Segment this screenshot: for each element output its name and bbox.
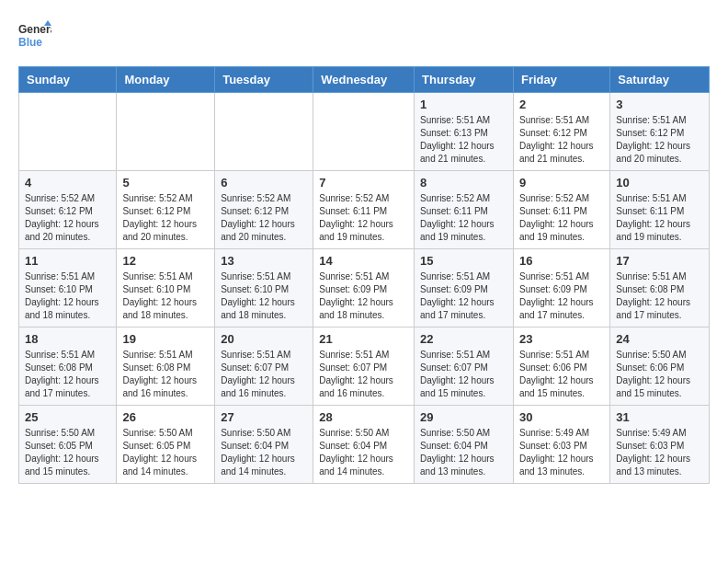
day-number: 17 bbox=[616, 254, 703, 268]
logo: General Blue bbox=[18, 18, 55, 52]
day-number: 20 bbox=[221, 332, 307, 346]
calendar-cell: 31Sunrise: 5:49 AM Sunset: 6:03 PM Dayli… bbox=[610, 406, 710, 484]
day-number: 3 bbox=[616, 98, 703, 111]
days-of-week-row: SundayMondayTuesdayWednesdayThursdayFrid… bbox=[19, 67, 710, 93]
day-of-week-header: Sunday bbox=[19, 67, 117, 93]
calendar-week-row: 25Sunrise: 5:50 AM Sunset: 6:05 PM Dayli… bbox=[19, 406, 710, 484]
day-info: Sunrise: 5:50 AM Sunset: 6:05 PM Dayligh… bbox=[25, 427, 110, 478]
calendar-cell: 25Sunrise: 5:50 AM Sunset: 6:05 PM Dayli… bbox=[19, 406, 117, 484]
calendar-cell: 15Sunrise: 5:51 AM Sunset: 6:09 PM Dayli… bbox=[415, 249, 514, 327]
day-info: Sunrise: 5:50 AM Sunset: 6:04 PM Dayligh… bbox=[420, 427, 507, 478]
calendar-cell: 30Sunrise: 5:49 AM Sunset: 6:03 PM Dayli… bbox=[513, 406, 609, 484]
day-info: Sunrise: 5:51 AM Sunset: 6:08 PM Dayligh… bbox=[25, 349, 110, 400]
day-number: 11 bbox=[25, 254, 110, 268]
calendar-cell: 14Sunrise: 5:51 AM Sunset: 6:09 PM Dayli… bbox=[313, 249, 415, 327]
day-info: Sunrise: 5:50 AM Sunset: 6:04 PM Dayligh… bbox=[319, 427, 408, 478]
day-of-week-header: Friday bbox=[513, 67, 609, 93]
day-number: 30 bbox=[519, 410, 604, 424]
calendar-cell bbox=[215, 93, 313, 171]
day-info: Sunrise: 5:52 AM Sunset: 6:12 PM Dayligh… bbox=[25, 192, 110, 244]
day-number: 4 bbox=[25, 176, 110, 190]
day-info: Sunrise: 5:51 AM Sunset: 6:10 PM Dayligh… bbox=[25, 270, 110, 322]
calendar-cell bbox=[19, 93, 117, 171]
day-info: Sunrise: 5:51 AM Sunset: 6:07 PM Dayligh… bbox=[319, 349, 408, 400]
day-info: Sunrise: 5:51 AM Sunset: 6:07 PM Dayligh… bbox=[420, 349, 507, 400]
logo-icon: General Blue bbox=[18, 18, 51, 52]
day-number: 16 bbox=[519, 254, 604, 268]
day-info: Sunrise: 5:50 AM Sunset: 6:06 PM Dayligh… bbox=[616, 349, 703, 400]
calendar-table: SundayMondayTuesdayWednesdayThursdayFrid… bbox=[18, 66, 710, 484]
day-number: 15 bbox=[420, 254, 507, 268]
day-info: Sunrise: 5:52 AM Sunset: 6:12 PM Dayligh… bbox=[221, 192, 307, 244]
day-info: Sunrise: 5:51 AM Sunset: 6:07 PM Dayligh… bbox=[221, 349, 307, 400]
calendar-week-row: 18Sunrise: 5:51 AM Sunset: 6:08 PM Dayli… bbox=[19, 327, 710, 406]
day-info: Sunrise: 5:52 AM Sunset: 6:11 PM Dayligh… bbox=[519, 192, 604, 244]
day-number: 2 bbox=[519, 98, 604, 111]
day-number: 9 bbox=[519, 176, 604, 190]
day-number: 29 bbox=[420, 410, 507, 424]
calendar-cell: 16Sunrise: 5:51 AM Sunset: 6:09 PM Dayli… bbox=[513, 249, 609, 327]
day-number: 1 bbox=[420, 98, 507, 111]
day-number: 8 bbox=[420, 176, 507, 190]
day-number: 26 bbox=[122, 410, 209, 424]
calendar-week-row: 4Sunrise: 5:52 AM Sunset: 6:12 PM Daylig… bbox=[19, 171, 710, 249]
calendar-cell: 26Sunrise: 5:50 AM Sunset: 6:05 PM Dayli… bbox=[117, 406, 215, 484]
day-number: 5 bbox=[122, 176, 209, 190]
calendar-cell: 3Sunrise: 5:51 AM Sunset: 6:12 PM Daylig… bbox=[610, 93, 710, 171]
day-info: Sunrise: 5:49 AM Sunset: 6:03 PM Dayligh… bbox=[616, 427, 703, 478]
day-info: Sunrise: 5:51 AM Sunset: 6:08 PM Dayligh… bbox=[616, 270, 703, 322]
calendar-cell: 21Sunrise: 5:51 AM Sunset: 6:07 PM Dayli… bbox=[313, 327, 415, 406]
calendar-week-row: 1Sunrise: 5:51 AM Sunset: 6:13 PM Daylig… bbox=[19, 93, 710, 171]
calendar-cell: 18Sunrise: 5:51 AM Sunset: 6:08 PM Dayli… bbox=[19, 327, 117, 406]
day-number: 18 bbox=[25, 332, 110, 346]
calendar-cell: 20Sunrise: 5:51 AM Sunset: 6:07 PM Dayli… bbox=[215, 327, 313, 406]
day-number: 31 bbox=[616, 410, 703, 424]
day-of-week-header: Wednesday bbox=[313, 67, 415, 93]
day-info: Sunrise: 5:51 AM Sunset: 6:09 PM Dayligh… bbox=[519, 270, 604, 322]
day-number: 19 bbox=[122, 332, 209, 346]
calendar-cell: 8Sunrise: 5:52 AM Sunset: 6:11 PM Daylig… bbox=[415, 171, 514, 249]
day-number: 21 bbox=[319, 332, 408, 346]
day-info: Sunrise: 5:51 AM Sunset: 6:08 PM Dayligh… bbox=[122, 349, 209, 400]
calendar-cell bbox=[313, 93, 415, 171]
day-number: 13 bbox=[221, 254, 307, 268]
calendar-cell: 27Sunrise: 5:50 AM Sunset: 6:04 PM Dayli… bbox=[215, 406, 313, 484]
day-info: Sunrise: 5:50 AM Sunset: 6:05 PM Dayligh… bbox=[122, 427, 209, 478]
calendar-cell: 2Sunrise: 5:51 AM Sunset: 6:12 PM Daylig… bbox=[513, 93, 609, 171]
day-number: 24 bbox=[616, 332, 703, 346]
day-info: Sunrise: 5:52 AM Sunset: 6:11 PM Dayligh… bbox=[420, 192, 507, 244]
calendar-cell: 9Sunrise: 5:52 AM Sunset: 6:11 PM Daylig… bbox=[513, 171, 609, 249]
day-info: Sunrise: 5:50 AM Sunset: 6:04 PM Dayligh… bbox=[221, 427, 307, 478]
day-info: Sunrise: 5:51 AM Sunset: 6:12 PM Dayligh… bbox=[616, 114, 703, 166]
day-number: 6 bbox=[221, 176, 307, 190]
calendar-cell: 11Sunrise: 5:51 AM Sunset: 6:10 PM Dayli… bbox=[19, 249, 117, 327]
calendar-cell: 6Sunrise: 5:52 AM Sunset: 6:12 PM Daylig… bbox=[215, 171, 313, 249]
day-of-week-header: Tuesday bbox=[215, 67, 313, 93]
calendar-cell: 7Sunrise: 5:52 AM Sunset: 6:11 PM Daylig… bbox=[313, 171, 415, 249]
calendar-cell: 17Sunrise: 5:51 AM Sunset: 6:08 PM Dayli… bbox=[610, 249, 710, 327]
day-info: Sunrise: 5:52 AM Sunset: 6:11 PM Dayligh… bbox=[319, 192, 408, 244]
calendar-cell: 29Sunrise: 5:50 AM Sunset: 6:04 PM Dayli… bbox=[415, 406, 514, 484]
day-info: Sunrise: 5:49 AM Sunset: 6:03 PM Dayligh… bbox=[519, 427, 604, 478]
day-info: Sunrise: 5:51 AM Sunset: 6:13 PM Dayligh… bbox=[420, 114, 507, 166]
calendar-cell: 22Sunrise: 5:51 AM Sunset: 6:07 PM Dayli… bbox=[415, 327, 514, 406]
calendar-cell: 23Sunrise: 5:51 AM Sunset: 6:06 PM Dayli… bbox=[513, 327, 609, 406]
day-info: Sunrise: 5:51 AM Sunset: 6:11 PM Dayligh… bbox=[616, 192, 703, 244]
calendar-week-row: 11Sunrise: 5:51 AM Sunset: 6:10 PM Dayli… bbox=[19, 249, 710, 327]
calendar-cell: 4Sunrise: 5:52 AM Sunset: 6:12 PM Daylig… bbox=[19, 171, 117, 249]
day-info: Sunrise: 5:51 AM Sunset: 6:09 PM Dayligh… bbox=[420, 270, 507, 322]
calendar-header: SundayMondayTuesdayWednesdayThursdayFrid… bbox=[19, 67, 710, 93]
calendar-cell: 24Sunrise: 5:50 AM Sunset: 6:06 PM Dayli… bbox=[610, 327, 710, 406]
day-number: 23 bbox=[519, 332, 604, 346]
day-number: 14 bbox=[319, 254, 408, 268]
calendar-cell: 28Sunrise: 5:50 AM Sunset: 6:04 PM Dayli… bbox=[313, 406, 415, 484]
day-of-week-header: Saturday bbox=[610, 67, 710, 93]
calendar-cell: 12Sunrise: 5:51 AM Sunset: 6:10 PM Dayli… bbox=[117, 249, 215, 327]
calendar-cell: 19Sunrise: 5:51 AM Sunset: 6:08 PM Dayli… bbox=[117, 327, 215, 406]
calendar-cell: 1Sunrise: 5:51 AM Sunset: 6:13 PM Daylig… bbox=[415, 93, 514, 171]
day-number: 27 bbox=[221, 410, 307, 424]
day-info: Sunrise: 5:51 AM Sunset: 6:09 PM Dayligh… bbox=[319, 270, 408, 322]
calendar-body: 1Sunrise: 5:51 AM Sunset: 6:13 PM Daylig… bbox=[19, 93, 710, 484]
calendar-cell: 10Sunrise: 5:51 AM Sunset: 6:11 PM Dayli… bbox=[610, 171, 710, 249]
day-number: 7 bbox=[319, 176, 408, 190]
